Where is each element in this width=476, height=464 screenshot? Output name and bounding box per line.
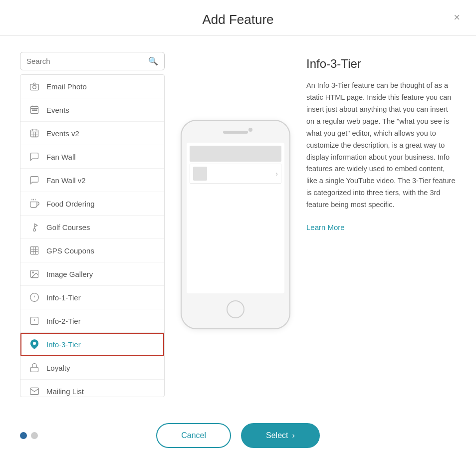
feature-item-fan-wall-v2[interactable]: Fan Wall v2 — [20, 169, 164, 192]
svg-rect-21 — [31, 247, 38, 254]
location-pin-icon — [28, 338, 40, 350]
pagination-dot-2 — [31, 432, 38, 439]
feature-item-loyalty[interactable]: Loyalty — [20, 356, 164, 380]
feature-item-mailing-list[interactable]: Mailing List — [20, 380, 164, 397]
calendar-grid-icon — [28, 127, 40, 139]
gps-icon — [28, 244, 40, 256]
modal-header: Add Feature × — [0, 0, 476, 36]
feature-item-fan-wall[interactable]: Fan Wall — [20, 145, 164, 169]
select-label: Select — [266, 431, 288, 440]
info-icon — [28, 291, 40, 303]
svg-rect-6 — [32, 110, 34, 111]
feature-name-golf-courses: Golf Courses — [46, 223, 90, 232]
feature-name-events-v2: Events v2 — [46, 129, 79, 138]
screen-list-arrow: › — [275, 170, 278, 178]
feature-item-food-ordering[interactable]: Food Ordering — [20, 192, 164, 216]
comment-icon — [28, 151, 40, 163]
feature-name-food-ordering: Food Ordering — [46, 200, 95, 208]
select-button[interactable]: Select › — [241, 423, 320, 448]
phone-mockup-panel: › — [181, 52, 290, 397]
svg-point-34 — [33, 342, 36, 345]
learn-more-link[interactable]: Learn More — [306, 223, 456, 232]
feature-name-fan-wall-v2: Fan Wall v2 — [46, 176, 86, 185]
feature-item-gps-coupons[interactable]: GPS Coupons — [20, 239, 164, 262]
phone-mockup: › — [181, 120, 290, 329]
phone-screen: › — [187, 143, 284, 293]
pagination-dots — [20, 432, 38, 439]
phone-home-button — [227, 300, 244, 318]
feature-name-info-3-tier: Info-3-Tier — [46, 340, 81, 349]
feature-item-events-v2[interactable]: Events v2 — [20, 122, 164, 145]
svg-rect-35 — [31, 367, 38, 372]
image-icon — [28, 268, 40, 280]
modal-footer: Cancel Select › — [0, 413, 476, 464]
feature-name-loyalty: Loyalty — [46, 364, 70, 372]
feature-item-info-2-tier[interactable]: Info-2-Tier — [20, 309, 164, 333]
feature-item-events[interactable]: Events — [20, 98, 164, 122]
mail-icon — [28, 385, 40, 397]
screen-list-item: › — [190, 164, 281, 184]
modal-title: Add Feature — [202, 12, 273, 27]
search-input[interactable] — [26, 57, 148, 65]
modal-body: 🔍 Email PhotoEventsEvents v2Fan WallFan … — [0, 36, 476, 413]
feature-name-info-2-tier: Info-2-Tier — [46, 317, 81, 325]
feature-item-info-1-tier[interactable]: Info-1-Tier — [20, 286, 164, 309]
feature-item-email-photo[interactable]: Email Photo — [20, 75, 164, 98]
info-2-icon — [28, 315, 40, 327]
right-panel: Info-3-Tier An Info 3-Tier feature can b… — [306, 52, 456, 397]
feature-item-image-gallery[interactable]: Image Gallery — [20, 262, 164, 286]
phone-speaker — [223, 131, 248, 134]
selected-feature-description: An Info 3-Tier feature can be thought of… — [306, 80, 456, 211]
svg-rect-7 — [34, 110, 35, 111]
select-arrow-icon: › — [292, 431, 294, 440]
phone-camera — [248, 128, 252, 132]
svg-rect-8 — [36, 110, 37, 111]
lock-icon — [28, 362, 40, 374]
comment-outline-icon — [28, 174, 40, 186]
feature-item-info-3-tier[interactable]: Info-3-Tier — [20, 333, 164, 356]
feature-name-fan-wall: Fan Wall — [46, 153, 76, 161]
food-icon — [28, 198, 40, 210]
search-icon: 🔍 — [148, 56, 158, 66]
screen-list-thumb — [193, 167, 207, 181]
selected-feature-title: Info-3-Tier — [306, 57, 456, 71]
golf-icon — [28, 221, 40, 233]
feature-list: Email PhotoEventsEvents v2Fan WallFan Wa… — [20, 74, 165, 397]
close-button[interactable]: × — [454, 12, 460, 23]
feature-name-info-1-tier: Info-1-Tier — [46, 293, 81, 302]
feature-name-mailing-list: Mailing List — [46, 387, 84, 396]
feature-name-image-gallery: Image Gallery — [46, 270, 93, 278]
screen-header-bar — [190, 146, 281, 162]
feature-item-golf-courses[interactable]: Golf Courses — [20, 216, 164, 239]
left-panel: 🔍 Email PhotoEventsEvents v2Fan WallFan … — [20, 52, 165, 397]
svg-point-27 — [32, 272, 34, 273]
cancel-button[interactable]: Cancel — [156, 423, 231, 448]
search-box: 🔍 — [20, 52, 165, 70]
svg-point-1 — [33, 85, 36, 89]
camera-icon — [28, 80, 40, 92]
feature-name-gps-coupons: GPS Coupons — [46, 246, 94, 255]
svg-point-20 — [33, 229, 36, 231]
svg-rect-0 — [30, 84, 39, 90]
pagination-dot-1 — [20, 432, 27, 439]
calendar-icon — [28, 104, 40, 116]
feature-name-events: Events — [46, 106, 69, 114]
feature-name-email-photo: Email Photo — [46, 82, 87, 91]
